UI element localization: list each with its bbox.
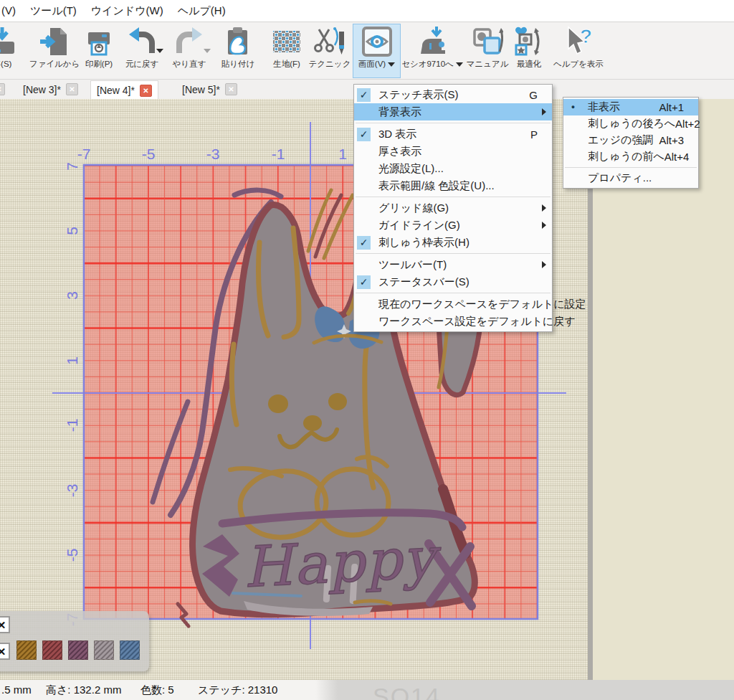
- ruler-left-label: 5: [64, 227, 80, 235]
- palette-close-button[interactable]: ✕: [0, 643, 10, 660]
- menu-item-stitch-view[interactable]: ✓ ステッチ表示(S) G: [354, 86, 552, 103]
- design-text-happy: Happy: [242, 525, 444, 600]
- background-submenu: ● 非表示 Alt+1 刺しゅうの後ろへ Alt+2 エッジの強調 Alt+3 …: [563, 97, 699, 189]
- checkmark-icon: ✓: [357, 88, 371, 102]
- menu-item-light-settings[interactable]: 光源設定(L)...: [354, 160, 552, 177]
- toolbar-button-label: ファイルから: [29, 59, 80, 70]
- bunny-eye-left: [268, 394, 288, 413]
- tab-close-icon[interactable]: ✕: [66, 83, 78, 95]
- status-color-count: 色数: 5: [140, 684, 174, 697]
- sewing-machine-icon: [416, 26, 448, 57]
- save-icon: [0, 26, 18, 57]
- toolbar-button-view[interactable]: 画面(V): [353, 24, 401, 78]
- undo-dropdown-caret[interactable]: [156, 49, 163, 53]
- tab-new4-active[interactable]: [New 4]* ✕: [90, 80, 158, 100]
- ruler-left-label: -5: [64, 549, 80, 562]
- tab-label: [New 5]*: [182, 84, 220, 95]
- ruler-left-label: -3: [64, 484, 80, 498]
- toolbar-button-label: 画面(V): [358, 59, 395, 70]
- menubar-item-window[interactable]: ウインドウ(W): [84, 0, 171, 22]
- thread-swatch-silver[interactable]: [94, 640, 114, 660]
- tab-close-icon[interactable]: ✕: [0, 83, 5, 95]
- thread-color-palette[interactable]: ✕ ✕: [0, 611, 149, 671]
- submenu-item-properties[interactable]: プロパティ...: [563, 170, 698, 186]
- menu-item-grid-lines[interactable]: グリッド線(G): [354, 199, 552, 217]
- submenu-item-hide[interactable]: ● 非表示 Alt+1: [563, 99, 698, 115]
- help-cursor-icon: ?: [563, 26, 594, 57]
- svg-text:?: ?: [580, 26, 592, 47]
- ruler-left-label: 7: [64, 162, 80, 171]
- menu-item-set-workspace-default[interactable]: 現在のワークスペースをデフォルトに設定: [354, 295, 552, 313]
- submenu-arrow-icon: [542, 204, 546, 212]
- manual-icon: [472, 26, 503, 57]
- toolbar-button-label: セシオ9710へ: [401, 59, 463, 70]
- menubar-item-view-partial[interactable]: (V): [0, 0, 23, 22]
- palette-close-button[interactable]: ✕: [0, 616, 10, 633]
- ruler-left-label: 1: [64, 356, 80, 365]
- toolbar-button-from-file[interactable]: ファイルから: [32, 24, 77, 78]
- tab-new3[interactable]: [New 3]* ✕: [17, 80, 84, 98]
- optimize-icon: [513, 26, 545, 57]
- tab-partial[interactable]: ✕: [0, 80, 11, 98]
- menu-item-display-range-color[interactable]: 表示範囲/線 色設定(U)...: [354, 177, 552, 194]
- menu-item-guidelines[interactable]: ガイドライン(G): [354, 217, 552, 234]
- bunny-nose: [303, 415, 322, 431]
- bunny-eye-right: [328, 393, 347, 410]
- submenu-item-edge-emphasis[interactable]: エッジの強調 Alt+3: [563, 132, 698, 148]
- menu-separator: [356, 293, 550, 293]
- menu-item-toolbar[interactable]: ツールバー(T): [354, 256, 552, 273]
- toolbar-button-undo[interactable]: 元に戻す: [119, 24, 165, 78]
- toolbar-button-manual[interactable]: マニュアル: [464, 24, 510, 78]
- paste-icon: [222, 26, 254, 57]
- menu-separator: [356, 197, 550, 197]
- toolbar-button-label: テクニック: [309, 59, 351, 70]
- tab-close-icon[interactable]: ✕: [140, 85, 152, 97]
- toolbar-button-to-machine[interactable]: セシオ9710へ: [400, 24, 464, 78]
- tab-label: [New 4]*: [97, 85, 135, 96]
- status-height: 高さ: 132.2 mm: [46, 684, 121, 697]
- toolbar-button-fabric[interactable]: 生地(F): [264, 24, 310, 78]
- menu-item-3d-view[interactable]: ✓ 3D 表示 P: [354, 126, 552, 143]
- toolbar-button-label: やり直す: [173, 59, 206, 70]
- thread-swatch-steel-blue[interactable]: [120, 640, 140, 660]
- view-dropdown-caret[interactable]: [388, 62, 395, 67]
- ruler-top-label: -1: [272, 146, 285, 162]
- toolbar-button-redo[interactable]: やり直す: [166, 24, 212, 78]
- thread-swatch-dark-red[interactable]: [42, 640, 62, 660]
- toolbar-button-save[interactable]: 存(S): [0, 24, 26, 78]
- menu-item-restore-workspace-default[interactable]: ワークスペース設定をデフォルトに戻す: [354, 313, 552, 330]
- checkmark-icon: ✓: [357, 275, 371, 289]
- ruler-top-label: -5: [142, 146, 156, 162]
- toolbar-button-label: マニュアル: [467, 59, 509, 70]
- toolbar-button-label: 存(S): [0, 59, 11, 70]
- menu-item-background-view[interactable]: 背景表示: [354, 103, 552, 120]
- redo-dropdown-caret[interactable]: [204, 49, 211, 53]
- thread-swatch-purple[interactable]: [68, 640, 88, 660]
- machine-dropdown-caret[interactable]: [456, 62, 463, 67]
- toolbar-button-print[interactable]: 印刷(P): [76, 24, 122, 78]
- ruler-top-label: -7: [77, 146, 91, 162]
- toolbar-button-optimize[interactable]: 最適化: [506, 24, 552, 78]
- checkmark-icon: ✓: [357, 236, 371, 250]
- submenu-item-behind-embroidery[interactable]: 刺しゅうの後ろへ Alt+2: [563, 115, 698, 132]
- tab-close-icon[interactable]: ✕: [225, 83, 237, 95]
- thread-swatch-gold[interactable]: [16, 640, 37, 660]
- toolbar-button-paste[interactable]: 貼り付け: [215, 24, 261, 78]
- undo-icon: [126, 26, 158, 57]
- radio-dot-icon: ●: [566, 100, 580, 114]
- toolbar-button-technique[interactable]: テクニック: [307, 24, 353, 78]
- menu-item-hoop-view[interactable]: ✓ 刺しゅう枠表示(H): [354, 234, 552, 251]
- toolbar-button-show-help[interactable]: ? ヘルプを表示: [548, 24, 609, 78]
- menu-separator: [356, 123, 550, 123]
- submenu-arrow-icon: [542, 108, 546, 115]
- menu-item-statusbar[interactable]: ✓ ステータスバー(S): [354, 273, 552, 290]
- menubar-item-tools[interactable]: ツール(T): [23, 0, 84, 22]
- menubar-item-help[interactable]: ヘルプ(H): [171, 0, 233, 22]
- menu-item-thickness-view[interactable]: 厚さ表示: [354, 143, 552, 160]
- ruler-left-label: 3: [64, 291, 80, 300]
- status-stitch-count: ステッチ: 21310: [198, 684, 277, 697]
- checkmark-icon: ✓: [357, 128, 371, 141]
- view-dropdown-menu: ✓ ステッチ表示(S) G 背景表示 ✓ 3D 表示 P 厚さ表示 光源設定(L…: [353, 84, 553, 332]
- submenu-item-front-of-embroidery[interactable]: 刺しゅうの前へ Alt+4: [563, 148, 698, 165]
- tab-new5[interactable]: [New 5]* ✕: [176, 80, 243, 98]
